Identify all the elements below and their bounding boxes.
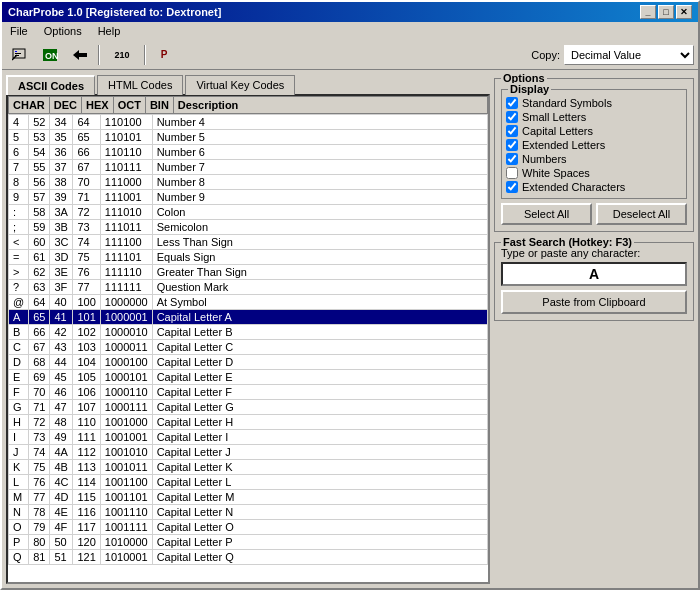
toolbar-search-btn[interactable] [6, 43, 34, 67]
toolbar-num-btn[interactable]: 210 [104, 43, 140, 67]
table-cell: ; [9, 220, 29, 235]
char-table: CHAR DEC HEX OCT BIN Description [8, 96, 488, 114]
checkbox-capital-letters[interactable] [506, 125, 518, 137]
table-cell: 42 [50, 325, 73, 340]
checkbox-extended-letters-input[interactable] [506, 139, 518, 151]
table-cell: 65 [73, 130, 100, 145]
menu-help[interactable]: Help [94, 24, 125, 38]
table-cell: 81 [29, 550, 50, 565]
fast-search-input[interactable] [501, 262, 687, 286]
paste-from-clipboard-button[interactable]: Paste from Clipboard [501, 290, 687, 314]
table-cell: 111101 [100, 250, 152, 265]
table-row[interactable]: ?633F77111111Question Mark [9, 280, 488, 295]
table-cell: < [9, 235, 29, 250]
tabs: ASCII Codes HTML Codes Virtual Key Codes [6, 74, 490, 94]
table-cell: Capital Letter C [152, 340, 487, 355]
table-row[interactable]: O794F1171001111Capital Letter O [9, 520, 488, 535]
left-panel: ASCII Codes HTML Codes Virtual Key Codes… [6, 74, 490, 584]
checkbox-numbers-input[interactable] [506, 153, 518, 165]
table-row[interactable]: 6543666110110Number 6 [9, 145, 488, 160]
copy-select[interactable]: Decimal Value Hex Value Binary Value Oct… [564, 45, 694, 65]
table-row[interactable]: I73491111001001Capital Letter I [9, 430, 488, 445]
table-cell: 1001010 [100, 445, 152, 460]
label-numbers: Numbers [522, 153, 567, 165]
table-cell: 74 [73, 235, 100, 250]
title-bar: CharProbe 1.0 [Registered to: Dextronet]… [2, 2, 698, 22]
table-cell: 101 [73, 310, 100, 325]
table-row[interactable]: L764C1141001100Capital Letter L [9, 475, 488, 490]
table-row[interactable]: G71471071000111Capital Letter G [9, 400, 488, 415]
label-standard-symbols: Standard Symbols [522, 97, 612, 109]
tab-ascii[interactable]: ASCII Codes [6, 75, 95, 95]
table-cell: 40 [50, 295, 73, 310]
table-row[interactable]: =613D75111101Equals Sign [9, 250, 488, 265]
table-row[interactable]: >623E76111110Greater Than Sign [9, 265, 488, 280]
table-row[interactable]: ;593B73111011Semicolon [9, 220, 488, 235]
table-cell: Semicolon [152, 220, 487, 235]
table-row[interactable]: N784E1161001110Capital Letter N [9, 505, 488, 520]
toolbar-flash-btn[interactable]: ON [36, 43, 64, 67]
col-bin: BIN [145, 97, 173, 114]
table-row[interactable]: C67431031000011Capital Letter C [9, 340, 488, 355]
checkbox-extended-chars: Extended Characters [506, 180, 682, 194]
table-cell: 111011 [100, 220, 152, 235]
table-cell: Equals Sign [152, 250, 487, 265]
label-small-letters: Small Letters [522, 111, 586, 123]
table-cell: 76 [73, 265, 100, 280]
table-cell: 38 [50, 175, 73, 190]
tab-vkey[interactable]: Virtual Key Codes [185, 75, 295, 95]
checkbox-standard-symbols[interactable] [506, 97, 518, 109]
content-area: ASCII Codes HTML Codes Virtual Key Codes… [2, 70, 698, 588]
table-row[interactable]: E69451051000101Capital Letter E [9, 370, 488, 385]
table-row[interactable]: D68441041000100Capital Letter D [9, 355, 488, 370]
table-row[interactable]: F70461061000110Capital Letter F [9, 385, 488, 400]
table-row[interactable]: @64401001000000At Symbol [9, 295, 488, 310]
table-row[interactable]: B66421021000010Capital Letter B [9, 325, 488, 340]
toolbar: ON 210 P Copy: Decimal Value Hex Value B… [2, 40, 698, 70]
table-row[interactable]: 8563870111000Number 8 [9, 175, 488, 190]
table-row[interactable]: 4523464110100Number 4 [9, 115, 488, 130]
table-scroll[interactable]: 4523464110100Number 45533565110101Number… [8, 114, 488, 582]
label-capital-letters: Capital Letters [522, 125, 593, 137]
options-group: Options Display Standard Symbols Small L… [494, 78, 694, 232]
table-row[interactable]: <603C74111100Less Than Sign [9, 235, 488, 250]
table-cell: 111001 [100, 190, 152, 205]
table-cell: 102 [73, 325, 100, 340]
table-row[interactable]: P80501201010000Capital Letter P [9, 535, 488, 550]
table-row[interactable]: A65411011000001Capital Letter A [9, 310, 488, 325]
minimize-button[interactable]: _ [640, 5, 656, 19]
table-row[interactable]: K754B1131001011Capital Letter K [9, 460, 488, 475]
table-row[interactable]: :583A72111010Colon [9, 205, 488, 220]
table-cell: 1001101 [100, 490, 152, 505]
col-desc: Description [173, 97, 487, 114]
tab-html[interactable]: HTML Codes [97, 75, 183, 95]
table-cell: Capital Letter K [152, 460, 487, 475]
table-row[interactable]: 7553767110111Number 7 [9, 160, 488, 175]
checkbox-extended-chars-input[interactable] [506, 181, 518, 193]
table-cell: 110111 [100, 160, 152, 175]
table-row[interactable]: J744A1121001010Capital Letter J [9, 445, 488, 460]
table-row[interactable]: 5533565110101Number 5 [9, 130, 488, 145]
toolbar-back-btn[interactable] [66, 43, 94, 67]
maximize-button[interactable]: □ [658, 5, 674, 19]
checkbox-small-letters[interactable] [506, 111, 518, 123]
table-row[interactable]: Q81511211010001Capital Letter Q [9, 550, 488, 565]
table-row[interactable]: H72481101001000Capital Letter H [9, 415, 488, 430]
table-cell: E [9, 370, 29, 385]
close-button[interactable]: ✕ [676, 5, 692, 19]
table-cell: 34 [50, 115, 73, 130]
table-cell: 110110 [100, 145, 152, 160]
toolbar-p-btn[interactable]: P [150, 43, 178, 67]
menu-options[interactable]: Options [40, 24, 86, 38]
table-cell: Less Than Sign [152, 235, 487, 250]
checkbox-whitespace-input[interactable] [506, 167, 518, 179]
table-cell: 70 [29, 385, 50, 400]
deselect-all-button[interactable]: Deselect All [596, 203, 687, 225]
table-row[interactable]: M774D1151001101Capital Letter M [9, 490, 488, 505]
table-cell: 72 [73, 205, 100, 220]
select-all-button[interactable]: Select All [501, 203, 592, 225]
menu-file[interactable]: File [6, 24, 32, 38]
checkbox-numbers: Numbers [506, 152, 682, 166]
table-cell: 1000010 [100, 325, 152, 340]
table-row[interactable]: 9573971111001Number 9 [9, 190, 488, 205]
